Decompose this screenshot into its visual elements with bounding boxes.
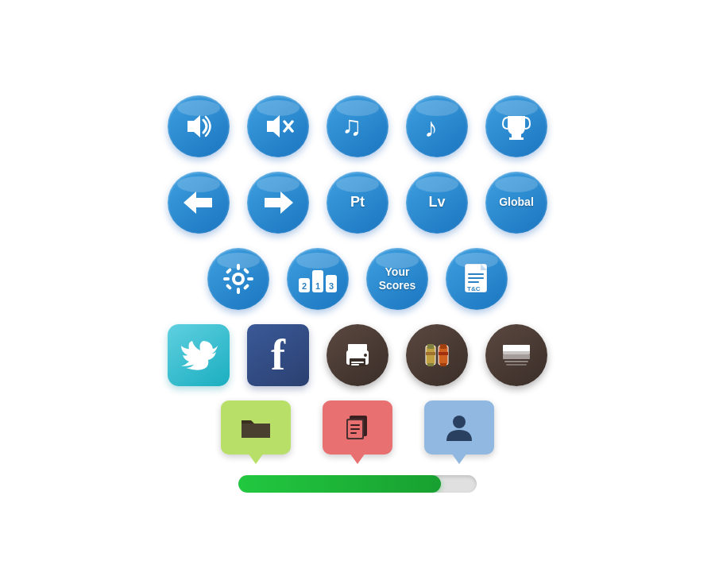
svg-rect-43 [440, 363, 446, 366]
svg-text:♫: ♫ [342, 111, 362, 141]
svg-rect-55 [350, 428, 360, 430]
svg-text:2: 2 [302, 281, 307, 291]
terms-button[interactable]: T&C [446, 248, 508, 310]
svg-rect-18 [226, 284, 232, 290]
row2: Pt Lv Global [168, 172, 547, 234]
svg-rect-49 [504, 361, 528, 362]
settings-icon [222, 262, 255, 296]
svg-rect-19 [243, 284, 249, 290]
svg-rect-16 [226, 268, 232, 274]
your-scores-button[interactable]: YourScores [366, 248, 428, 310]
twitter-icon [178, 338, 219, 373]
global-label: Global [499, 196, 534, 208]
rankings-icon: 2 1 3 [298, 264, 338, 294]
row5 [221, 400, 494, 455]
level-label: Lv [428, 195, 445, 211]
trophy-button[interactable] [485, 95, 547, 157]
svg-rect-28 [468, 273, 484, 275]
row1: ♫ ♪ [168, 95, 547, 157]
svg-rect-15 [247, 277, 253, 280]
svg-rect-17 [243, 268, 249, 274]
svg-rect-54 [350, 424, 360, 426]
pages-button[interactable] [485, 324, 547, 386]
music-notes-icon: ♫ [340, 111, 375, 141]
svg-text:♪: ♪ [424, 112, 438, 141]
user-button[interactable] [424, 400, 494, 455]
svg-text:3: 3 [329, 281, 334, 291]
sound-off-icon [262, 112, 294, 141]
trophy-icon [501, 111, 531, 141]
facebook-label: f [271, 331, 285, 380]
user-icon [443, 414, 475, 441]
pages-icon [498, 338, 535, 372]
svg-rect-7 [509, 137, 524, 140]
back-button[interactable] [168, 172, 230, 234]
folder-button[interactable] [221, 400, 291, 455]
global-button[interactable]: Global [485, 172, 547, 234]
your-scores-label: YourScores [379, 265, 416, 292]
svg-rect-29 [468, 277, 484, 279]
svg-rect-42 [440, 344, 446, 349]
music-note-button[interactable]: ♪ [406, 95, 468, 157]
twitter-button[interactable] [168, 324, 230, 386]
svg-rect-14 [223, 277, 230, 280]
music-note-icon: ♪ [421, 111, 453, 141]
svg-marker-8 [184, 191, 212, 214]
ink-icon [419, 338, 454, 373]
progress-container [238, 475, 477, 493]
copy-icon [342, 414, 373, 441]
svg-point-35 [364, 354, 367, 357]
main-container: ♫ ♪ [144, 72, 571, 516]
music-notes-button[interactable]: ♫ [327, 95, 388, 157]
svg-marker-9 [265, 191, 293, 214]
svg-rect-46 [503, 354, 530, 359]
print-button[interactable] [327, 324, 388, 386]
ink-button[interactable] [406, 324, 468, 386]
svg-rect-34 [348, 344, 367, 352]
svg-marker-1 [267, 115, 280, 137]
svg-rect-50 [506, 364, 527, 366]
svg-text:T&C: T&C [467, 285, 481, 292]
facebook-button[interactable]: f [247, 324, 309, 386]
svg-rect-45 [439, 352, 448, 355]
sound-on-icon [183, 112, 214, 141]
row3: 2 1 3 YourScores T&C [207, 248, 508, 310]
svg-rect-40 [427, 363, 434, 366]
copy-button[interactable] [323, 400, 392, 455]
folder-icon [240, 414, 272, 441]
svg-text:1: 1 [315, 281, 320, 291]
arrow-right-icon [261, 188, 295, 217]
forward-button[interactable] [247, 172, 309, 234]
svg-rect-30 [468, 281, 479, 283]
terms-icon: T&C [462, 262, 492, 296]
rankings-button[interactable]: 2 1 3 [287, 248, 349, 310]
svg-point-57 [453, 416, 466, 428]
progress-row [238, 475, 477, 493]
svg-rect-12 [237, 264, 240, 270]
points-label: Pt [350, 195, 365, 211]
svg-rect-36 [351, 362, 364, 363]
svg-rect-44 [426, 352, 435, 355]
settings-button[interactable] [207, 248, 269, 310]
svg-rect-48 [503, 345, 530, 351]
level-button[interactable]: Lv [406, 172, 468, 234]
svg-rect-13 [237, 288, 240, 294]
progress-bar [238, 475, 441, 493]
points-button[interactable]: Pt [327, 172, 388, 234]
svg-point-11 [235, 276, 242, 282]
svg-marker-0 [187, 115, 200, 137]
print-icon [340, 339, 375, 371]
arrow-left-icon [182, 188, 215, 217]
svg-rect-39 [427, 344, 434, 349]
sound-off-button[interactable] [247, 95, 309, 157]
svg-rect-56 [350, 432, 357, 434]
sound-on-button[interactable] [168, 95, 230, 157]
row4: f [168, 324, 547, 386]
svg-rect-37 [351, 364, 359, 366]
